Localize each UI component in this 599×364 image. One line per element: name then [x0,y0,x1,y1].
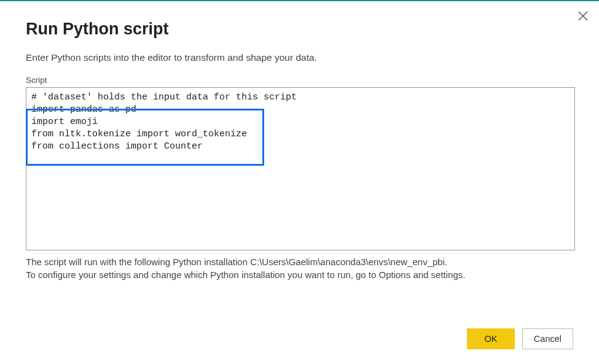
script-text: # 'dataset' holds the input data for thi… [31,92,297,152]
dialog-button-row: OK Cancel [467,328,573,349]
python-install-info: The script will run with the following P… [26,257,573,280]
run-python-script-dialog: Run Python script Enter Python scripts i… [0,1,599,364]
ok-button[interactable]: OK [467,328,515,349]
install-path-info: The script will run with the following P… [26,257,573,267]
cancel-button[interactable]: Cancel [522,328,573,349]
script-field-label: Script [26,76,573,85]
config-hint-info: To configure your settings and change wh… [26,269,573,280]
close-icon[interactable] [574,7,592,25]
script-editor[interactable]: # 'dataset' holds the input data for thi… [26,87,575,250]
dialog-title: Run Python script [26,20,573,39]
dialog-subtitle: Enter Python scripts into the editor to … [26,52,573,63]
